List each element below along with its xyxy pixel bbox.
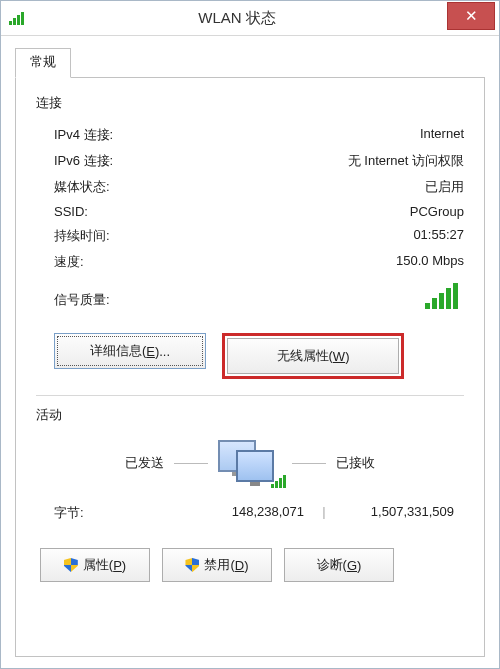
wireless-properties-button[interactable]: 无线属性(W) — [227, 338, 399, 374]
content-area: 常规 连接 IPv4 连接: Internet IPv6 连接: 无 Inter… — [1, 36, 499, 669]
speed-label: 速度: — [54, 253, 84, 271]
activity-header: 已发送 已接收 — [36, 434, 464, 496]
bytes-received: 1,507,331,509 — [344, 504, 464, 522]
titlebar: WLAN 状态 ✕ — [1, 1, 499, 36]
connection-heading: 连接 — [36, 94, 464, 112]
signal-label: 信号质量: — [54, 291, 110, 309]
diagnose-button[interactable]: 诊断(G) — [284, 548, 394, 582]
ipv6-label: IPv6 连接: — [54, 152, 113, 170]
mini-signal-icon — [271, 475, 286, 488]
shield-icon — [185, 558, 199, 572]
speed-value: 150.0 Mbps — [396, 253, 464, 271]
tab-panel: 连接 IPv4 连接: Internet IPv6 连接: 无 Internet… — [15, 77, 485, 657]
media-value: 已启用 — [425, 178, 464, 196]
monitors-icon — [218, 440, 282, 486]
line-icon — [174, 463, 208, 464]
row-ssid: SSID: PCGroup — [36, 200, 464, 223]
ipv4-value: Internet — [420, 126, 464, 144]
ipv6-value: 无 Internet 访问权限 — [348, 152, 464, 170]
tab-general[interactable]: 常规 — [15, 48, 71, 78]
row-signal: 信号质量: — [36, 275, 464, 315]
connection-buttons: 详细信息(E)... 无线属性(W) — [54, 333, 464, 379]
bytes-sent: 148,238,071 — [154, 504, 304, 522]
sent-label: 已发送 — [125, 454, 164, 472]
bytes-divider: | — [304, 504, 344, 522]
ssid-label: SSID: — [54, 204, 88, 219]
row-ipv6: IPv6 连接: 无 Internet 访问权限 — [36, 148, 464, 174]
ipv4-label: IPv4 连接: — [54, 126, 113, 144]
close-icon: ✕ — [465, 7, 478, 25]
activity-section: 活动 已发送 已接收 字节: 148,2 — [36, 406, 464, 582]
bytes-label: 字节: — [54, 504, 154, 522]
row-media: 媒体状态: 已启用 — [36, 174, 464, 200]
media-label: 媒体状态: — [54, 178, 110, 196]
received-label: 已接收 — [336, 454, 375, 472]
close-button[interactable]: ✕ — [447, 2, 495, 30]
duration-label: 持续时间: — [54, 227, 110, 245]
window-title: WLAN 状态 — [27, 9, 447, 28]
bytes-row: 字节: 148,238,071 | 1,507,331,509 — [36, 496, 464, 526]
signal-bars-icon — [425, 283, 464, 309]
footer-buttons: 属性(P) 禁用(D) 诊断(G) — [40, 548, 464, 582]
row-duration: 持续时间: 01:55:27 — [36, 223, 464, 249]
duration-value: 01:55:27 — [413, 227, 464, 245]
activity-heading: 活动 — [36, 406, 464, 424]
disable-button[interactable]: 禁用(D) — [162, 548, 272, 582]
properties-button[interactable]: 属性(P) — [40, 548, 150, 582]
details-button[interactable]: 详细信息(E)... — [54, 333, 206, 369]
row-speed: 速度: 150.0 Mbps — [36, 249, 464, 275]
wifi-icon — [9, 11, 27, 25]
ssid-value: PCGroup — [410, 204, 464, 219]
row-ipv4: IPv4 连接: Internet — [36, 122, 464, 148]
separator — [36, 395, 464, 396]
shield-icon — [64, 558, 78, 572]
wlan-status-window: WLAN 状态 ✕ 常规 连接 IPv4 连接: Internet IPv6 连… — [0, 0, 500, 669]
line-icon — [292, 463, 326, 464]
highlight-box: 无线属性(W) — [222, 333, 404, 379]
